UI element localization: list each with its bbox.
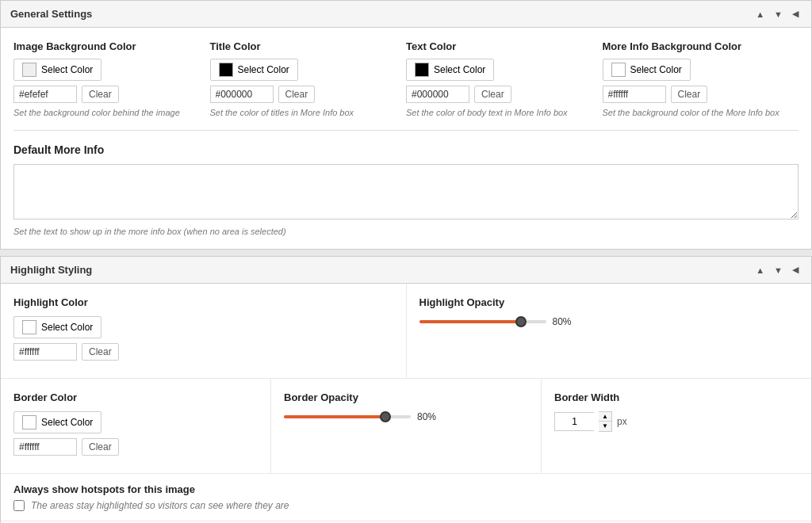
highlight-collapse-up-btn[interactable]: ▲ xyxy=(753,263,768,277)
border-color-hex-input[interactable] xyxy=(13,438,77,456)
more-info-bg-desc: Set the background color of the More Inf… xyxy=(603,108,783,117)
more-info-bg-clear-btn[interactable]: Clear xyxy=(671,86,708,103)
highlight-opacity-col: Highlight Opacity 80% xyxy=(407,284,812,378)
highlight-styling-panel: Highlight Styling ▲ ▼ ◀ Highlight Color … xyxy=(0,256,812,523)
more-info-textarea[interactable] xyxy=(13,164,799,220)
image-bg-btn-label: Select Color xyxy=(41,64,93,75)
highlight-color-opacity-row: Highlight Color Select Color Clear Highl… xyxy=(1,284,811,379)
text-color-clear-btn[interactable]: Clear xyxy=(474,86,511,103)
more-info-bg-color-label: More Info Background Color xyxy=(603,40,783,52)
collapse-left-btn[interactable]: ◀ xyxy=(789,7,802,21)
more-info-bg-color-col: More Info Background Color Select Color … xyxy=(603,40,799,117)
default-more-info-label: Default More Info xyxy=(13,143,799,156)
border-width-col: Border Width ▲ ▼ px xyxy=(542,379,811,473)
border-color-btn[interactable]: Select Color xyxy=(13,411,102,433)
highlight-opacity-value: 80% xyxy=(553,316,572,327)
always-show-hotspots-item: The areas stay highlighted so visitors c… xyxy=(13,500,799,511)
more-info-bg-input-row: Clear xyxy=(603,86,783,103)
border-width-up-btn[interactable]: ▲ xyxy=(599,412,611,422)
image-bg-color-col: Image Background Color Select Color Clea… xyxy=(13,40,210,117)
border-opacity-value: 80% xyxy=(417,411,436,422)
text-color-col: Text Color Select Color Clear Set the co… xyxy=(406,40,603,117)
title-color-btn-label: Select Color xyxy=(238,64,289,75)
highlight-opacity-thumb[interactable] xyxy=(515,316,527,327)
border-color-col: Border Color Select Color Clear xyxy=(1,379,271,473)
highlight-opacity-label: Highlight Opacity xyxy=(419,296,799,308)
highlight-opacity-track[interactable] xyxy=(419,320,546,323)
border-color-input-row: Clear xyxy=(13,438,258,456)
highlight-styling-body: Highlight Color Select Color Clear Highl… xyxy=(1,284,811,523)
border-width-label: Border Width xyxy=(554,391,799,403)
panel-controls: ▲ ▼ ◀ xyxy=(753,7,802,21)
image-bg-hex-input[interactable] xyxy=(13,86,77,103)
image-bg-color-label: Image Background Color xyxy=(13,40,194,52)
always-show-hotspots-row: Always show hotspots for this image The … xyxy=(1,474,811,521)
always-show-hotspots-label: Always show hotspots for this image xyxy=(13,483,799,495)
border-color-swatch xyxy=(22,415,36,429)
more-info-bg-btn-label: Select Color xyxy=(630,64,682,75)
border-color-btn-label: Select Color xyxy=(41,417,93,428)
highlight-panel-controls: ▲ ▼ ◀ xyxy=(753,263,802,277)
border-width-unit: px xyxy=(617,416,627,427)
border-color-label: Border Color xyxy=(13,391,258,403)
border-opacity-track[interactable] xyxy=(284,415,411,418)
text-color-hex-input[interactable] xyxy=(406,86,469,103)
border-opacity-col: Border Opacity 80% xyxy=(271,379,542,473)
title-color-swatch xyxy=(219,63,233,77)
general-settings-panel: General Settings ▲ ▼ ◀ Image Background … xyxy=(0,0,812,250)
image-bg-swatch xyxy=(22,63,36,77)
highlight-color-col: Highlight Color Select Color Clear xyxy=(1,284,407,378)
highlight-color-swatch xyxy=(22,320,36,334)
border-opacity-label: Border Opacity xyxy=(284,391,528,403)
always-show-hotspots-checkbox[interactable] xyxy=(13,500,25,511)
image-bg-desc: Set the background color behind the imag… xyxy=(13,108,194,117)
title-color-col: Title Color Select Color Clear Set the c… xyxy=(210,40,407,117)
text-color-btn-label: Select Color xyxy=(434,64,485,75)
text-color-swatch xyxy=(415,63,429,77)
border-opacity-fill xyxy=(284,415,385,418)
general-settings-body: Image Background Color Select Color Clea… xyxy=(1,28,811,249)
highlight-color-input-row: Clear xyxy=(13,343,393,361)
title-color-clear-btn[interactable]: Clear xyxy=(278,86,316,103)
collapse-down-btn[interactable]: ▼ xyxy=(771,7,786,21)
more-info-desc: Set the text to show up in the more info… xyxy=(13,227,799,236)
text-color-btn[interactable]: Select Color xyxy=(406,59,494,81)
highlight-color-btn[interactable]: Select Color xyxy=(13,316,102,338)
border-settings-row: Border Color Select Color Clear Border O… xyxy=(1,379,811,474)
title-color-label: Title Color xyxy=(210,40,391,52)
highlight-styling-title: Highlight Styling xyxy=(10,264,92,276)
highlight-opacity-fill xyxy=(419,320,521,323)
title-color-hex-input[interactable] xyxy=(210,86,274,103)
border-opacity-thumb[interactable] xyxy=(380,411,391,422)
title-color-btn[interactable]: Select Color xyxy=(210,59,298,81)
highlight-color-hex-input[interactable] xyxy=(13,343,77,361)
highlight-color-btn-label: Select Color xyxy=(41,322,93,333)
collapse-up-btn[interactable]: ▲ xyxy=(753,7,768,21)
border-width-input-wrap: ▲ ▼ px xyxy=(554,411,799,432)
panel-divider xyxy=(0,250,812,256)
color-settings-row: Image Background Color Select Color Clea… xyxy=(13,40,799,131)
border-color-clear-btn[interactable]: Clear xyxy=(82,438,119,456)
text-color-desc: Set the color of body text in More Info … xyxy=(406,108,587,117)
text-color-input-row: Clear xyxy=(406,86,587,103)
highlight-collapse-left-btn[interactable]: ◀ xyxy=(789,263,802,277)
default-more-info-section: Default More Info Set the text to show u… xyxy=(13,143,799,236)
border-opacity-slider: 80% xyxy=(284,411,528,422)
highlight-collapse-down-btn[interactable]: ▼ xyxy=(771,263,786,277)
image-bg-color-btn[interactable]: Select Color xyxy=(13,59,102,81)
general-settings-title: General Settings xyxy=(10,8,92,20)
border-width-down-btn[interactable]: ▼ xyxy=(599,422,611,431)
more-info-bg-hex-input[interactable] xyxy=(603,86,666,103)
highlight-opacity-slider: 80% xyxy=(419,316,799,327)
highlight-color-label: Highlight Color xyxy=(13,296,393,308)
always-show-hotspots-desc: The areas stay highlighted so visitors c… xyxy=(31,500,289,511)
general-settings-header: General Settings ▲ ▼ ◀ xyxy=(1,1,811,28)
title-color-desc: Set the color of titles in More Info box xyxy=(210,108,391,117)
image-bg-clear-btn[interactable]: Clear xyxy=(82,86,119,103)
highlight-color-clear-btn[interactable]: Clear xyxy=(82,343,119,361)
border-width-input[interactable] xyxy=(554,412,594,431)
highlight-styling-header: Highlight Styling ▲ ▼ ◀ xyxy=(1,257,811,284)
border-width-stepper: ▲ ▼ xyxy=(599,411,612,432)
more-info-bg-color-btn[interactable]: Select Color xyxy=(603,59,691,81)
text-color-label: Text Color xyxy=(406,40,587,52)
